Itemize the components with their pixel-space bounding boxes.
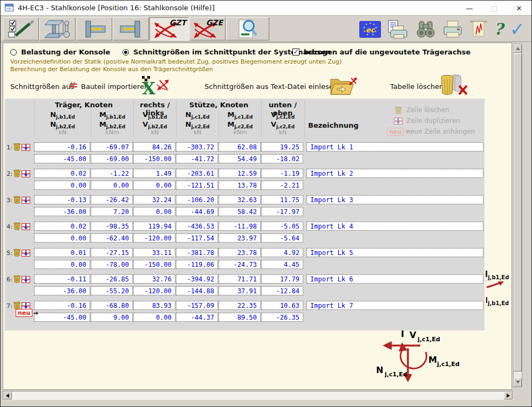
value-input[interactable] [34, 248, 90, 257]
append-row-button[interactable]: neu ➔ [16, 309, 38, 317]
search-button[interactable] [415, 18, 436, 40]
value-input[interactable] [176, 195, 218, 204]
printlist-button[interactable] [469, 18, 488, 40]
delete-row-icon[interactable] [13, 275, 21, 285]
value-input[interactable] [91, 154, 133, 163]
scroll-down-button[interactable] [514, 378, 522, 387]
close-button[interactable]: ✕ [507, 1, 531, 16]
value-input[interactable] [219, 207, 261, 216]
connection-right-button[interactable] [113, 17, 149, 40]
value-input[interactable] [176, 274, 218, 284]
delete-row-icon[interactable] [13, 222, 21, 232]
value-input[interactable] [261, 286, 303, 295]
delete-row-icon[interactable] [13, 196, 21, 206]
value-input[interactable] [219, 233, 261, 243]
value-input[interactable] [133, 181, 175, 190]
vertical-scrollbar[interactable] [513, 44, 522, 388]
value-input[interactable] [261, 222, 303, 231]
value-input[interactable] [176, 181, 218, 190]
value-input[interactable] [219, 260, 261, 269]
value-input[interactable] [133, 154, 175, 163]
value-input[interactable] [91, 233, 133, 243]
duplicate-row-icon[interactable] [22, 222, 30, 232]
value-input[interactable] [133, 248, 175, 257]
value-input[interactable] [219, 154, 261, 163]
value-input[interactable] [91, 181, 133, 190]
duplicate-row-icon[interactable] [22, 169, 30, 180]
value-input[interactable] [219, 286, 261, 295]
value-input[interactable] [219, 169, 261, 178]
duplicate-row-icon[interactable] [22, 249, 30, 259]
value-input[interactable] [133, 274, 175, 284]
profile-button[interactable] [39, 17, 76, 40]
help-button[interactable]: ? [494, 18, 503, 40]
designation-input[interactable] [306, 274, 483, 284]
value-input[interactable] [34, 154, 90, 163]
designation-input[interactable] [306, 301, 483, 310]
duplicate-row-icon[interactable] [22, 275, 30, 285]
value-input[interactable] [91, 248, 133, 257]
textfile-folder-icon[interactable] [330, 75, 358, 96]
designation-input[interactable] [306, 169, 483, 178]
preview-button[interactable] [226, 17, 269, 40]
clear-table-icon[interactable] [439, 74, 469, 96]
value-input[interactable] [176, 301, 218, 310]
value-input[interactable] [34, 313, 90, 322]
horizontal-scrollbar[interactable] [3, 391, 513, 400]
value-input[interactable] [261, 195, 303, 204]
value-input[interactable] [261, 274, 303, 284]
value-input[interactable] [34, 181, 90, 190]
eurocode-button[interactable]: ec [359, 18, 381, 40]
gze-button[interactable]: GZE [189, 17, 226, 40]
checkbox-ungevoutete-achse[interactable]: ✓ [292, 49, 299, 56]
scroll-right-button[interactable] [504, 391, 513, 399]
value-input[interactable] [219, 274, 261, 284]
value-input[interactable] [176, 142, 218, 151]
value-input[interactable] [133, 169, 175, 178]
delete-row-icon[interactable] [13, 169, 21, 180]
value-input[interactable] [34, 195, 90, 204]
value-input[interactable] [176, 233, 218, 243]
print-button[interactable] [442, 18, 463, 40]
value-input[interactable] [261, 248, 303, 257]
value-input[interactable] [176, 169, 218, 178]
value-input[interactable] [91, 313, 133, 322]
minimize-button[interactable]: — [457, 1, 482, 16]
gzt-button[interactable]: GZT [149, 17, 189, 40]
value-input[interactable] [34, 260, 90, 269]
value-input[interactable] [219, 248, 261, 257]
value-input[interactable] [91, 207, 133, 216]
value-input[interactable] [91, 286, 133, 295]
value-input[interactable] [91, 142, 133, 151]
value-input[interactable] [261, 207, 303, 216]
value-input[interactable] [91, 260, 133, 269]
value-input[interactable] [91, 274, 133, 284]
value-input[interactable] [133, 207, 175, 216]
value-input[interactable] [261, 169, 303, 178]
scroll-left-button[interactable] [3, 391, 12, 399]
value-input[interactable] [176, 286, 218, 295]
designation-input[interactable] [306, 248, 483, 257]
value-input[interactable] [91, 169, 133, 178]
value-input[interactable] [133, 286, 175, 295]
value-input[interactable] [34, 207, 90, 216]
value-input[interactable] [261, 233, 303, 243]
value-input[interactable] [261, 260, 303, 269]
value-input[interactable] [261, 301, 303, 310]
value-input[interactable] [219, 181, 261, 190]
value-input[interactable] [219, 195, 261, 204]
scroll-up-button[interactable] [514, 44, 522, 53]
vertical-scroll-thumb[interactable] [514, 53, 522, 371]
value-input[interactable] [133, 233, 175, 243]
designation-input[interactable] [306, 142, 483, 151]
value-input[interactable] [91, 301, 133, 310]
value-input[interactable] [133, 313, 175, 322]
value-input[interactable] [219, 301, 261, 310]
check-input-button[interactable] [3, 17, 39, 40]
value-input[interactable] [91, 195, 133, 204]
duplicate-row-icon[interactable] [22, 196, 30, 206]
value-input[interactable] [176, 313, 218, 322]
delete-row-icon[interactable] [13, 143, 21, 153]
radio-belastung[interactable] [10, 49, 17, 56]
value-input[interactable] [176, 154, 218, 163]
